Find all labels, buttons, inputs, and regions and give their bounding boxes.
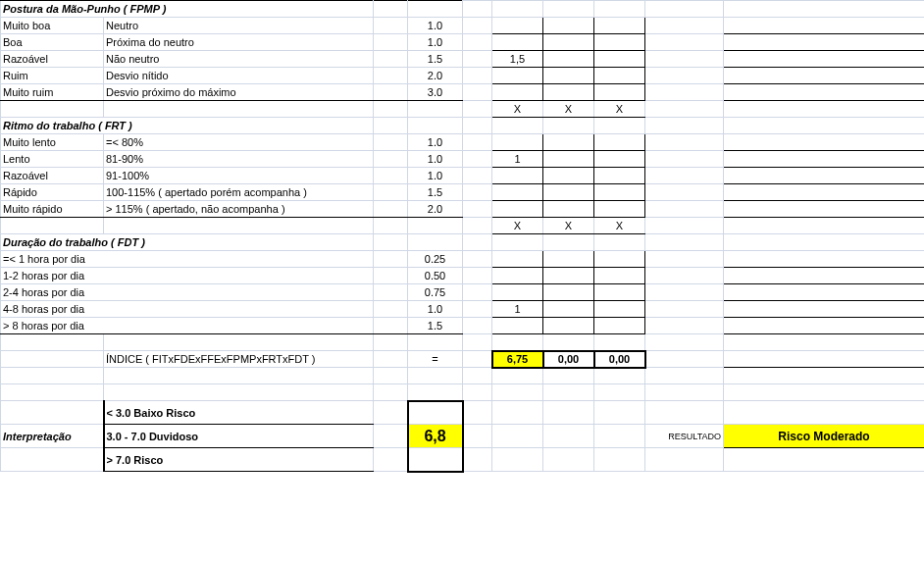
fdt-row-val: 0.75 — [408, 284, 463, 301]
interp-range: < 3.0 Baixo Risco — [104, 401, 374, 425]
frt-row-val: 1.0 — [408, 168, 463, 184]
fpmp-row-label: Boa — [1, 34, 104, 51]
x-marker: X — [543, 218, 594, 234]
index-val-2: 0,00 — [543, 351, 594, 368]
frt-row-desc: 81-90% — [104, 151, 374, 168]
frt-row-label: Muito lento — [1, 134, 104, 151]
interp-range: > 7.0 Risco — [104, 448, 374, 472]
x-marker: X — [492, 218, 543, 234]
fdt-row-label: =< 1 hora por dia — [1, 251, 374, 268]
x-marker: X — [492, 101, 543, 118]
fpmp-row-val: 2.0 — [408, 68, 463, 84]
fpmp-row-val: 1.0 — [408, 18, 463, 34]
fpmp-row-val: 1.5 — [408, 51, 463, 68]
fdt-row-val: 0.50 — [408, 268, 463, 284]
frt-row-desc: 100-115% ( apertado porém acompanha ) — [104, 184, 374, 201]
interp-label: Interpretação — [1, 425, 104, 448]
fpmp-row-desc: Desvio nítido — [104, 68, 374, 84]
interp-value: 6,8 — [408, 425, 463, 448]
fdt-row-label: 1-2 horas por dia — [1, 268, 374, 284]
index-val-3: 0,00 — [594, 351, 645, 368]
x-marker: X — [594, 101, 645, 118]
fpmp-row-desc: Desvio próximo do máximo — [104, 84, 374, 101]
frt-row-label: Muito rápido — [1, 201, 104, 218]
fpmp-row-label: Ruim — [1, 68, 104, 84]
fdt-row-val: 1.0 — [408, 301, 463, 318]
fdt-input[interactable]: 1 — [492, 301, 543, 318]
fdt-row-val: 0.25 — [408, 251, 463, 268]
fdt-header: Duração do trabalho ( FDT ) — [1, 234, 374, 251]
frt-row-label: Lento — [1, 151, 104, 168]
fdt-row-val: 1.5 — [408, 318, 463, 334]
frt-row-val: 2.0 — [408, 201, 463, 218]
interp-range: 3.0 - 7.0 Duvidoso — [104, 425, 374, 448]
frt-row-desc: > 115% ( apertado, não acompanha ) — [104, 201, 374, 218]
fpmp-row-desc: Não neutro — [104, 51, 374, 68]
fpmp-row-desc: Neutro — [104, 18, 374, 34]
fpmp-row-desc: Próxima do neutro — [104, 34, 374, 51]
index-eq: = — [408, 351, 463, 368]
frt-header: Ritmo do trabalho ( FRT ) — [1, 118, 374, 134]
x-marker: X — [594, 218, 645, 234]
frt-row-desc: =< 80% — [104, 134, 374, 151]
fdt-row-label: 2-4 horas por dia — [1, 284, 374, 301]
fpmp-row-val: 3.0 — [408, 84, 463, 101]
fpmp-header: Postura da Mão-Punho ( FPMP ) — [1, 1, 374, 18]
frt-row-val: 1.0 — [408, 151, 463, 168]
result-value: Risco Moderado — [724, 425, 925, 448]
frt-row-label: Rápido — [1, 184, 104, 201]
fpmp-row-label: Razoável — [1, 51, 104, 68]
index-label: ÍNDICE ( FITxFDExFFExFPMPxFRTxFDT ) — [104, 351, 374, 368]
fpmp-row-val: 1.0 — [408, 34, 463, 51]
index-val-1: 6,75 — [492, 351, 543, 368]
x-marker: X — [543, 101, 594, 118]
frt-row-label: Razoável — [1, 168, 104, 184]
result-label: RESULTADO — [645, 425, 724, 448]
fdt-row-label: 4-8 horas por dia — [1, 301, 374, 318]
fpmp-row-label: Muito ruim — [1, 84, 104, 101]
fpmp-row-label: Muito boa — [1, 18, 104, 34]
input-cell[interactable] — [492, 18, 543, 34]
frt-row-val: 1.0 — [408, 134, 463, 151]
frt-row-desc: 91-100% — [104, 168, 374, 184]
frt-row-val: 1.5 — [408, 184, 463, 201]
frt-input[interactable]: 1 — [492, 151, 543, 168]
fdt-row-label: > 8 horas por dia — [1, 318, 374, 334]
fpmp-input[interactable]: 1,5 — [492, 51, 543, 68]
